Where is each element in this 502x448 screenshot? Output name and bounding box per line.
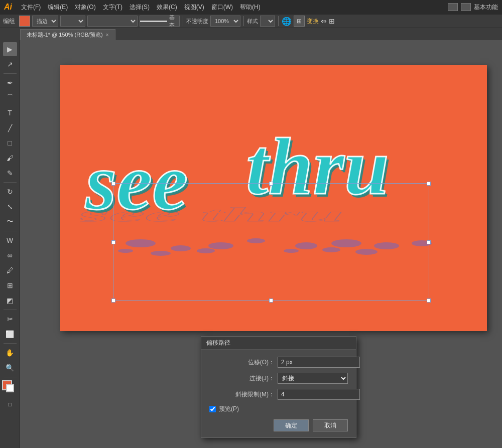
rect-tool[interactable]: □ — [3, 136, 17, 150]
toolbox: ▶ ↗ ✒ ⌒ T ╱ □ 🖌 ✎ ↻ ⤡ 〜 W ∞ 🖊 ⊞ ◩ ✂ ⬜ ✋ … — [0, 40, 20, 448]
flip-icon[interactable]: ⇔ — [321, 17, 327, 25]
tool-mode-select[interactable]: 描边 — [32, 16, 58, 27]
app-logo: Ai — [4, 3, 12, 12]
scissors-tool[interactable]: ✂ — [3, 312, 17, 326]
stroke-select[interactable] — [87, 16, 138, 27]
svg-point-23 — [197, 248, 215, 253]
dialog-buttons: 确定 取消 — [209, 419, 348, 431]
toolbar-separator-3 — [278, 16, 279, 26]
join-row: 连接(J)： 斜接 圆角 斜角 — [209, 373, 348, 384]
eyedropper-tool[interactable]: 🖊 — [3, 263, 17, 277]
menu-select[interactable]: 选择(S) — [127, 2, 153, 13]
miter-row: 斜接限制(M)： — [209, 389, 348, 400]
menu-effect[interactable]: 效果(C) — [154, 2, 180, 13]
direct-selection-tool[interactable]: ↗ — [3, 57, 17, 71]
svg-text:thru: thru — [246, 122, 389, 211]
style-select[interactable] — [260, 16, 275, 27]
dialog-title-text: 偏移路径 — [206, 339, 230, 347]
svg-point-19 — [374, 242, 399, 249]
tool-separator-5 — [4, 343, 17, 344]
toolbar-separator-1 — [183, 16, 183, 26]
menu-window[interactable]: 窗口(W) — [208, 2, 236, 13]
hand-tool[interactable]: ✋ — [3, 346, 17, 360]
ok-button[interactable]: 确定 — [274, 419, 309, 431]
gradient-tool[interactable]: ◩ — [3, 293, 17, 308]
svg-point-14 — [171, 245, 191, 251]
menu-view[interactable]: 视图(V) — [181, 2, 207, 13]
svg-point-25 — [322, 247, 340, 252]
menu-text[interactable]: 文字(T) — [100, 2, 126, 13]
blend-tool[interactable]: ∞ — [3, 248, 17, 262]
handle-bm[interactable] — [269, 298, 273, 303]
svg-point-24 — [284, 249, 299, 253]
expand-icon[interactable]: ⊞ — [329, 17, 335, 25]
preview-row: 预览(P) — [209, 405, 348, 413]
svg-point-17 — [295, 242, 317, 249]
style-label: 样式 — [247, 18, 258, 25]
rotate-tool[interactable]: ↻ — [3, 185, 17, 199]
artboard-tool[interactable]: ⬜ — [3, 327, 17, 341]
handle-bl[interactable] — [111, 298, 115, 303]
svg-point-13 — [126, 239, 156, 247]
opacity-select[interactable]: 100% — [210, 16, 240, 27]
zoom-tool[interactable]: 🔍 — [3, 361, 17, 375]
offset-path-dialog: 偏移路径 位移(O)： 连接(J)： 斜接 圆角 斜角 — [201, 336, 356, 438]
svg-point-26 — [355, 249, 378, 255]
miter-label: 斜接限制(M)： — [209, 390, 275, 399]
arrange-icon[interactable]: ⊞ — [294, 16, 305, 27]
preview-checkbox[interactable] — [209, 406, 216, 412]
width-tool[interactable]: W — [3, 233, 17, 247]
menu-file[interactable]: 文件(F) — [18, 2, 44, 13]
warp-tool[interactable]: 〜 — [3, 215, 17, 229]
tool-separator-1 — [4, 73, 17, 74]
change-screen-mode[interactable]: □ — [3, 397, 17, 411]
mode-label: 编组 — [3, 17, 15, 26]
type-tool[interactable]: T — [3, 106, 17, 120]
main-area: ▶ ↗ ✒ ⌒ T ╱ □ 🖌 ✎ ↻ ⤡ 〜 W ∞ 🖊 ⊞ ◩ ✂ ⬜ ✋ … — [0, 40, 502, 448]
curvature-tool[interactable]: ⌒ — [3, 91, 17, 105]
stroke-label: 基本 — [169, 14, 179, 29]
menu-bar: 文件(F) 编辑(E) 对象(O) 文字(T) 选择(S) 效果(C) 视图(V… — [18, 2, 264, 13]
offset-label: 位移(O)： — [209, 358, 275, 367]
tool-separator-4 — [4, 310, 17, 310]
menu-edit[interactable]: 编辑(E) — [45, 2, 71, 13]
menu-object[interactable]: 对象(O) — [72, 2, 98, 13]
artboard: see thru see see see see see thru thru t… — [60, 65, 487, 331]
fill-color[interactable] — [19, 16, 30, 27]
line-tool[interactable]: ╱ — [3, 121, 17, 135]
artwork-svg: see thru see see see see see thru thru t… — [80, 85, 457, 286]
miter-input[interactable] — [278, 389, 360, 400]
preview-label[interactable]: 预览(P) — [219, 405, 239, 413]
dialog-title-bar[interactable]: 偏移路径 — [201, 337, 356, 350]
workspace-label: 基本功能 — [474, 3, 498, 12]
svg-point-20 — [412, 240, 432, 246]
stroke-preview: 基本 — [140, 16, 180, 27]
document-tab[interactable]: 未标题-1* @ 150% (RGB/预览) × — [20, 29, 115, 40]
offset-input[interactable] — [278, 357, 360, 368]
canvas-area[interactable]: see thru see see see see see thru thru t… — [20, 40, 502, 448]
options-bar: 编组 描边 基本 不透明度 100% 样式 🌐 ⊞ 变换 ⇔ ⊞ — [0, 14, 502, 28]
scale-tool[interactable]: ⤡ — [3, 200, 17, 214]
decorative-shapes — [118, 238, 432, 256]
paintbrush-tool[interactable]: 🖌 — [3, 151, 17, 165]
tool-separator-3 — [4, 231, 17, 231]
fill-stroke-indicator[interactable] — [2, 380, 18, 396]
join-select-wrap: 斜接 圆角 斜角 — [278, 373, 348, 384]
offset-row: 位移(O)： — [209, 357, 348, 368]
handle-br[interactable] — [427, 298, 431, 303]
tab-bar: 未标题-1* @ 150% (RGB/预览) × — [0, 28, 502, 40]
shape-select[interactable] — [60, 16, 85, 27]
pencil-tool[interactable]: ✎ — [3, 166, 17, 180]
selection-tool[interactable]: ▶ — [3, 42, 17, 56]
mesh-tool[interactable]: ⊞ — [3, 278, 17, 292]
globe-icon[interactable]: 🌐 — [282, 17, 292, 26]
join-select[interactable]: 斜接 圆角 斜角 — [278, 373, 348, 384]
tool-separator-6 — [4, 377, 17, 377]
cancel-button[interactable]: 取消 — [313, 419, 348, 431]
menu-help[interactable]: 帮助(H) — [237, 2, 264, 13]
opacity-label: 不透明度 — [186, 18, 208, 25]
pen-tool[interactable]: ✒ — [3, 76, 17, 90]
transform-label[interactable]: 变换 — [307, 17, 319, 26]
tab-close-button[interactable]: × — [106, 32, 109, 38]
dialog-body: 位移(O)： 连接(J)： 斜接 圆角 斜角 斜接 — [201, 350, 356, 437]
